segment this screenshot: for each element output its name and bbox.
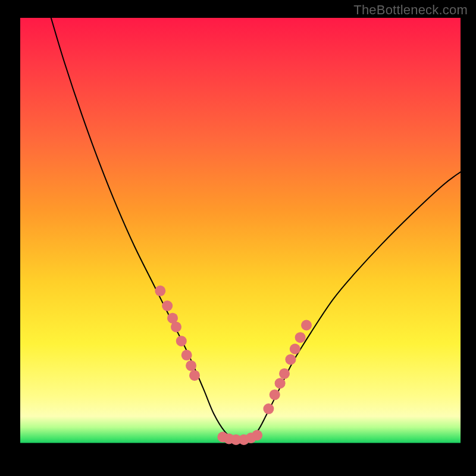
marker-dot (263, 403, 274, 414)
marker-dot (189, 370, 200, 381)
marker-dot (290, 344, 300, 355)
marker-dot (162, 300, 173, 311)
marker-dot (301, 320, 312, 331)
bottleneck-curve (51, 18, 461, 441)
watermark-text: TheBottleneck.com (353, 2, 468, 18)
marker-dot (155, 286, 165, 296)
marker-dots (155, 286, 312, 445)
plot-area (20, 18, 461, 458)
curve-overlay (20, 18, 461, 458)
marker-dot (171, 322, 181, 333)
marker-dot (285, 354, 296, 365)
marker-dot (295, 332, 306, 343)
bottleneck-curve-path (51, 18, 461, 441)
marker-dot (270, 389, 280, 400)
marker-dot (279, 368, 290, 379)
marker-dot (186, 361, 196, 371)
marker-dot (252, 430, 262, 441)
marker-dot (176, 336, 187, 346)
marker-dot (181, 350, 192, 361)
marker-dot (275, 378, 286, 389)
chart-image: TheBottleneck.com (0, 0, 476, 476)
